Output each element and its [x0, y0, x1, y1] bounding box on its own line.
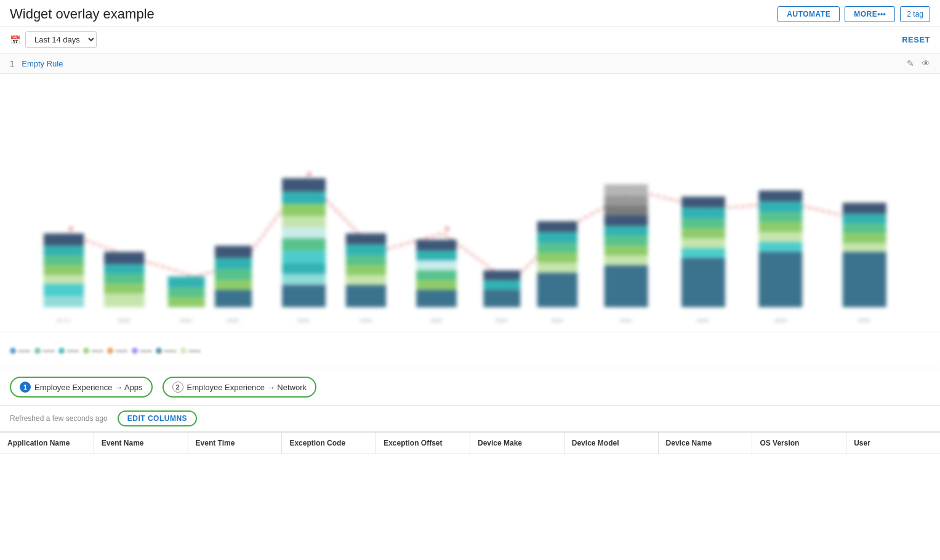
th-device-name: Device Name: [659, 433, 753, 454]
toolbar: 📅 Last 14 days RESET: [0, 26, 940, 54]
svg-rect-16: [44, 284, 84, 296]
automate-button[interactable]: AUTOMATE: [777, 6, 840, 22]
svg-rect-36: [282, 238, 326, 250]
calendar-icon: 📅: [10, 35, 20, 45]
th-event-name: Event Name: [94, 433, 188, 454]
legend-item: ▪▪▪▪▪: [83, 338, 104, 362]
header-actions: AUTOMATE MORE••• 2 tag: [777, 6, 930, 22]
svg-rect-59: [537, 253, 577, 263]
table-header: Application Name Event Name Event Time E…: [0, 432, 940, 454]
svg-text:▪▪▪▪▪: ▪▪▪▪▪: [180, 317, 192, 323]
chip1-number: 1: [20, 382, 31, 393]
view-icon[interactable]: 👁: [922, 58, 930, 68]
chart-blurred: ✦ ✦ ✦ ✦ ✦ ✦ ✦ ✦ ✦ ✦: [0, 74, 940, 332]
svg-rect-48: [416, 250, 456, 260]
tag-badge[interactable]: 2 tag: [900, 6, 930, 22]
refreshed-text: Refreshed a few seconds ago: [10, 414, 108, 423]
legend-area: ▪▪▪▪▪ ▪▪▪▪▪ ▪▪▪▪▪ ▪▪▪▪▪ ▪▪▪▪▪ ▪▪▪▪▪ ▪▪▪▪…: [0, 332, 940, 369]
svg-text:▪▪▪▪▪: ▪▪▪▪▪: [360, 317, 372, 323]
svg-rect-51: [416, 280, 456, 290]
reset-button[interactable]: RESET: [902, 35, 930, 44]
legend-item: ▪▪▪▪▪: [156, 338, 177, 362]
svg-rect-84: [759, 252, 803, 307]
svg-rect-41: [346, 233, 386, 244]
svg-rect-21: [104, 284, 144, 294]
rule-left: 1 Empty Rule: [10, 59, 63, 68]
svg-rect-75: [681, 238, 725, 248]
svg-rect-27: [215, 258, 252, 269]
rule-link[interactable]: Empty Rule: [22, 59, 63, 68]
overlay-chip-1[interactable]: 1 Employee Experience → Apps: [10, 377, 153, 398]
svg-rect-45: [346, 275, 386, 285]
page-title: Widget overlay example: [10, 6, 155, 22]
svg-rect-23: [168, 276, 205, 287]
date-select[interactable]: Last 14 days: [25, 31, 97, 48]
svg-text:▪▪▪▪▪: ▪▪▪▪▪: [496, 317, 508, 323]
svg-rect-90: [843, 252, 886, 307]
svg-rect-12: [44, 246, 84, 255]
svg-rect-42: [346, 244, 386, 255]
svg-rect-13: [44, 255, 84, 265]
chart-area: ✦ ✦ ✦ ✦ ✦ ✦ ✦ ✦ ✦ ✦: [0, 74, 940, 332]
svg-rect-70: [605, 265, 648, 307]
svg-rect-81: [759, 222, 803, 232]
svg-rect-26: [215, 246, 252, 258]
th-exception-offset: Exception Offset: [376, 433, 470, 454]
svg-text:▪▪ ▪ ▪: ▪▪ ▪ ▪: [57, 317, 71, 323]
legend-item: ▪▪▪▪▪: [10, 338, 31, 362]
svg-rect-86: [843, 214, 886, 223]
legend-item: ▪▪▪▪▪: [58, 338, 79, 362]
svg-rect-85: [843, 203, 886, 214]
svg-text:▪▪▪▪▪: ▪▪▪▪▪: [697, 317, 709, 323]
svg-text:▪▪▪▪▪: ▪▪▪▪▪: [775, 317, 787, 323]
svg-text:✦: ✦: [67, 225, 76, 234]
svg-rect-33: [282, 204, 326, 216]
svg-rect-32: [282, 192, 326, 204]
rule-actions: ✎ 👁: [907, 58, 930, 68]
svg-rect-69: [605, 255, 648, 265]
edit-icon[interactable]: ✎: [907, 58, 914, 68]
svg-rect-25: [168, 297, 205, 307]
svg-rect-83: [759, 242, 803, 252]
more-button[interactable]: MORE•••: [845, 6, 895, 22]
svg-rect-80: [759, 212, 803, 222]
svg-rect-18: [104, 252, 144, 264]
edit-columns-button[interactable]: EDIT COLUMNS: [118, 410, 197, 426]
svg-text:▪▪▪▪▪: ▪▪▪▪▪: [552, 317, 564, 323]
svg-rect-40: [282, 285, 326, 307]
chart-svg: ✦ ✦ ✦ ✦ ✦ ✦ ✦ ✦ ✦ ✦: [0, 74, 940, 332]
chip1-label: Employee Experience → Apps: [34, 383, 143, 392]
svg-rect-20: [104, 274, 144, 284]
svg-rect-87: [843, 223, 886, 233]
svg-rect-31: [282, 178, 326, 192]
overlay-chip-2[interactable]: 2 Employee Experience → Network: [163, 377, 316, 398]
svg-rect-55: [483, 290, 520, 307]
svg-rect-49: [416, 260, 456, 270]
th-device-make: Device Make: [470, 433, 564, 454]
svg-text:▪▪▪▪▪: ▪▪▪▪▪: [297, 317, 310, 323]
svg-rect-53: [483, 270, 520, 280]
svg-text:▪▪▪▪▪: ▪▪▪▪▪: [430, 317, 443, 323]
svg-rect-54: [483, 280, 520, 290]
svg-rect-17: [44, 296, 84, 307]
th-exception-code: Exception Code: [282, 433, 376, 454]
svg-rect-38: [282, 263, 326, 274]
svg-text:✦: ✦: [443, 225, 452, 234]
svg-rect-89: [843, 243, 886, 252]
svg-rect-65: [605, 215, 648, 226]
svg-rect-72: [681, 207, 725, 218]
svg-rect-61: [537, 273, 577, 307]
svg-rect-11: [44, 233, 84, 246]
chip2-number: 2: [172, 382, 183, 393]
svg-text:✦: ✦: [305, 169, 314, 178]
th-application-name: Application Name: [0, 433, 94, 454]
bottom-bar: Refreshed a few seconds ago EDIT COLUMNS: [0, 406, 940, 432]
svg-rect-77: [681, 258, 725, 307]
svg-rect-19: [104, 264, 144, 274]
overlays-row: 1 Employee Experience → Apps 2 Employee …: [0, 369, 940, 406]
svg-rect-76: [681, 248, 725, 258]
chip2-label: Employee Experience → Network: [187, 383, 307, 392]
legend-item: ▪▪▪▪▪: [107, 338, 128, 362]
svg-rect-74: [681, 228, 725, 238]
svg-rect-39: [282, 274, 326, 285]
